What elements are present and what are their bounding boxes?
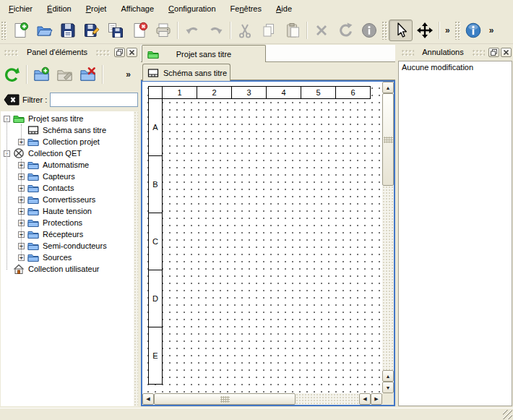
paste-button[interactable] [280, 20, 304, 41]
paste-icon [284, 22, 301, 39]
redo-button[interactable] [204, 20, 228, 41]
close-panel-button[interactable] [501, 48, 512, 57]
schema-tab[interactable]: Schéma sans titre [142, 64, 230, 81]
tree-item-label: Projet sans titre [28, 114, 83, 123]
toolbar-drag-handle[interactable] [381, 21, 388, 40]
tree-item-collection-qet[interactable]: - Collection QET [1, 147, 138, 159]
diagram-row-D: D [148, 270, 163, 327]
select-mode-button[interactable] [389, 20, 413, 41]
pan-mode-button[interactable] [413, 20, 436, 41]
arrow-left-icon: ◀ [146, 396, 150, 402]
diagram-row-A: A [148, 98, 163, 156]
arrow-down-icon: ▼ [386, 385, 391, 390]
dock-grip-texture [4, 49, 19, 56]
diagram-canvas[interactable]: 123456 ABCDE [142, 82, 382, 393]
tree-item-projet-sans-titre[interactable]: - Projet sans titre [1, 113, 138, 124]
vscroll-thumb[interactable] [382, 93, 394, 186]
printer-icon [155, 22, 172, 39]
clear-filter-button[interactable] [2, 93, 21, 107]
status-bar [0, 408, 513, 420]
save-button[interactable] [56, 20, 79, 41]
diagram-row-C: C [148, 213, 163, 270]
element-infos-button[interactable] [357, 20, 381, 41]
toolbar-overflow-button[interactable]: » [441, 20, 454, 41]
schema-tab-bar: Schéma sans titre [141, 62, 395, 80]
close-file-icon [131, 22, 148, 39]
undo-panel-titlebar[interactable]: Annulations [397, 45, 513, 59]
open-project-button[interactable] [32, 20, 56, 41]
vscroll-up-button[interactable]: ▲ [382, 82, 394, 93]
save-as-button[interactable] [79, 20, 103, 41]
tree-scrollbar-track[interactable] [134, 111, 138, 406]
elements-panel-title: Panel d'éléments [22, 48, 92, 56]
diagram-corner-cell [148, 86, 163, 99]
menu-affichage[interactable]: Affichage [113, 0, 161, 17]
hscroll-thumb[interactable] [154, 393, 296, 405]
application-window: FichierÉditionProjetAffichageConfigurati… [0, 0, 513, 420]
undo-list-item[interactable]: Aucune modification [399, 61, 512, 73]
tree-item-icon [27, 217, 39, 228]
new-category-button[interactable] [30, 64, 52, 85]
tree-item-icon [13, 263, 25, 275]
cut-button[interactable] [233, 20, 256, 41]
tree-item-collection-utilisateur[interactable]: Collection utilisateur [1, 263, 138, 275]
copy-button[interactable] [256, 20, 280, 41]
hscroll-track[interactable] [296, 393, 359, 405]
menu-fenetres[interactable]: Fenêtres [223, 0, 269, 17]
cursor-arrow-icon [392, 22, 410, 39]
project-tab[interactable]: Projet sans titre [142, 45, 266, 62]
menu-edition[interactable]: Édition [40, 0, 79, 17]
delete-button[interactable] [309, 20, 333, 41]
undo-list: Aucune modification [398, 61, 512, 406]
menu-projet[interactable]: Projet [79, 0, 114, 17]
vscroll-track[interactable] [382, 186, 394, 370]
delete-category-button[interactable] [77, 64, 98, 85]
save-all-button[interactable] [103, 20, 127, 41]
menu-aide[interactable]: Aide [269, 0, 299, 17]
vscroll-up-button-2[interactable]: ▲ [382, 370, 394, 382]
diagram-row-E: E [148, 327, 163, 385]
float-panel-button[interactable] [114, 48, 125, 57]
tree-item-icon [27, 228, 39, 240]
delete-x-icon [313, 22, 330, 39]
panel-overflow-button[interactable]: » [122, 64, 134, 85]
close-file-button[interactable] [127, 20, 151, 41]
project-window: Projet sans titre Schéma sans titre 1234… [141, 45, 395, 406]
menu-configuration[interactable]: Configuration [161, 0, 223, 17]
tree-item-icon [27, 240, 39, 252]
info-gray-icon [361, 22, 378, 39]
hscroll-left-button[interactable]: ◀ [142, 393, 154, 405]
toolbar-drag-handle[interactable] [454, 21, 461, 40]
print-button[interactable] [151, 20, 175, 41]
new-document-button[interactable] [8, 20, 32, 41]
float-panel-button[interactable] [488, 48, 499, 57]
undo-icon [184, 22, 201, 39]
vscroll-down-button[interactable]: ▼ [382, 382, 394, 393]
tree-guide-line [7, 119, 7, 270]
filter-input[interactable] [50, 93, 138, 107]
hscroll-right-button[interactable]: ▶ [371, 393, 382, 405]
reload-collections-button[interactable] [1, 64, 22, 85]
menu-fichier[interactable]: Fichier [1, 0, 40, 17]
hscroll-left-button-2[interactable]: ◀ [359, 393, 371, 405]
elements-panel-titlebar[interactable]: Panel d'éléments [0, 45, 139, 59]
elements-tree: - Projet sans titre Schéma sans titre + … [1, 111, 138, 406]
toolbar-drag-handle[interactable] [1, 21, 7, 40]
project-tab-label: Projet sans titre [142, 50, 265, 59]
tree-item-icon [13, 147, 25, 159]
size-grip[interactable] [503, 410, 512, 419]
tree-item-label: Convertisseurs [43, 195, 95, 204]
rotate-button[interactable] [333, 20, 357, 41]
toolbar-separator [306, 22, 307, 39]
delete-folder-icon [79, 67, 96, 83]
undo-button[interactable] [180, 20, 204, 41]
tree-item-icon [27, 136, 39, 147]
edit-category-button[interactable] [53, 64, 75, 85]
about-button[interactable] [462, 20, 486, 41]
tree-item-label: Automatisme [43, 160, 89, 169]
toolbar-overflow-button[interactable]: » [486, 20, 498, 41]
tree-item-icon [27, 205, 39, 217]
close-panel-button[interactable] [126, 48, 137, 57]
tree-item-label: Sources [43, 253, 72, 262]
info-blue-icon [465, 22, 482, 39]
